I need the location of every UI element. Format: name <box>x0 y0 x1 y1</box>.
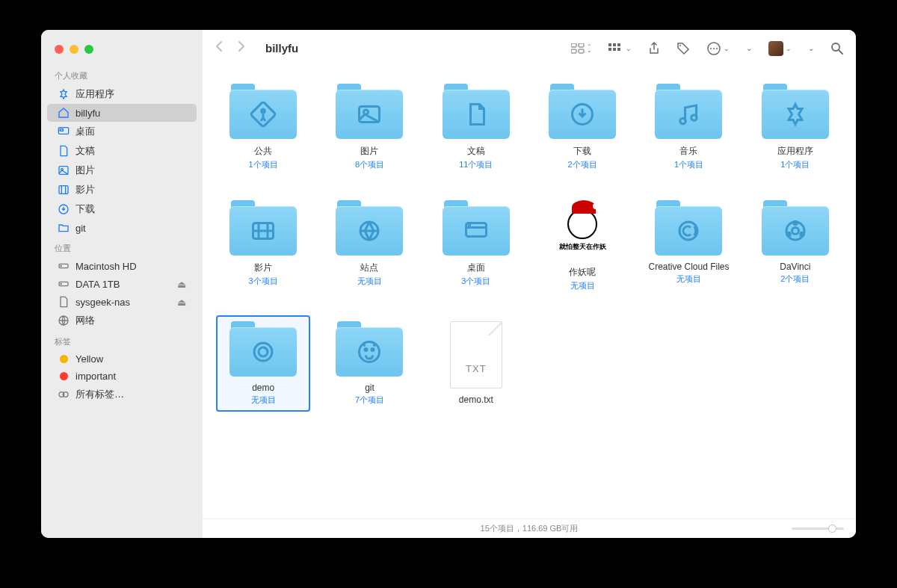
file-item[interactable]: Creative Cloud Files无项目 <box>641 194 736 297</box>
file-item[interactable]: 音乐1个项目 <box>641 78 736 176</box>
svg-rect-18 <box>579 49 584 53</box>
user-avatar-button[interactable]: ⌄ <box>768 41 792 56</box>
svg-point-28 <box>713 48 715 49</box>
file-item[interactable]: 站点无项目 <box>322 194 416 297</box>
finder-window: 个人收藏应用程序billyfu桌面文稿图片影片下载git位置Macintosh … <box>41 30 856 538</box>
alltags-icon <box>58 389 70 400</box>
sidebar-item[interactable]: 影片 <box>47 180 197 199</box>
minimize-button[interactable] <box>70 45 78 54</box>
svg-rect-21 <box>617 43 620 46</box>
sidebar-item-label: DATA 1TB <box>75 279 120 290</box>
file-item[interactable]: 文稿11个项目 <box>429 78 523 176</box>
sidebar-item[interactable]: 所有标签… <box>47 385 197 404</box>
item-subtitle: 2个项目 <box>780 273 810 285</box>
sidebar-item[interactable]: 图片 <box>47 161 197 180</box>
sidebar-item[interactable]: git <box>47 219 197 237</box>
file-item[interactable]: 下载2个项目 <box>535 78 629 176</box>
file-item[interactable]: git7个项目 <box>322 315 416 412</box>
svg-point-53 <box>254 343 272 361</box>
search-button[interactable] <box>830 42 844 55</box>
sidebar-item[interactable]: Yellow <box>47 350 197 368</box>
eject-icon[interactable]: ⏏ <box>177 279 186 290</box>
sidebar-section-header: 标签 <box>41 330 203 350</box>
icon-size-slider[interactable] <box>792 527 844 530</box>
view-mode-button[interactable]: ⌃⌄ <box>571 43 592 54</box>
file-item[interactable]: 就怕整天在作妖作妖呢无项目 <box>535 194 629 297</box>
folder-icon <box>229 84 297 139</box>
eject-icon[interactable]: ⏏ <box>177 297 186 308</box>
item-name: 公共 <box>254 145 272 158</box>
zoom-button[interactable] <box>84 45 93 54</box>
svg-point-50 <box>794 221 798 225</box>
item-subtitle: 无项目 <box>570 280 595 291</box>
toolbar: billyfu ⌃⌄ ⌄ ⌄ ⌄ ⌄ ⌄ <box>203 30 856 67</box>
svg-point-56 <box>365 349 367 351</box>
share-button[interactable] <box>648 42 660 55</box>
sidebar-item[interactable]: sysgeek-nas⏏ <box>47 293 197 311</box>
group-button[interactable]: ⌄ <box>608 43 632 54</box>
sidebar-item[interactable]: 应用程序 <box>47 84 197 104</box>
folder-icon <box>229 321 297 377</box>
tags-button[interactable] <box>676 42 690 55</box>
item-name: 应用程序 <box>777 145 813 158</box>
sidebar-item[interactable]: DATA 1TB⏏ <box>47 275 197 293</box>
sidebar-item-label: 文稿 <box>75 144 95 158</box>
action-button[interactable]: ⌄ <box>706 41 730 56</box>
sidebar-item-label: 网络 <box>75 314 95 327</box>
status-bar: 15个项目，116.69 GB可用 <box>203 519 856 538</box>
sidebar-item[interactable]: 网络 <box>47 311 197 330</box>
hdd-icon <box>58 260 70 272</box>
svg-rect-15 <box>571 43 576 47</box>
sidebar-item[interactable]: 文稿 <box>47 141 197 161</box>
sidebar-item-label: Yellow <box>75 353 103 365</box>
folder-icon <box>336 321 403 377</box>
item-subtitle: 8个项目 <box>355 159 384 170</box>
svg-point-9 <box>61 265 61 266</box>
item-name: Creative Cloud Files <box>648 261 729 272</box>
file-item[interactable]: demo无项目 <box>216 315 310 412</box>
file-item[interactable]: DaVinci2个项目 <box>748 194 842 297</box>
file-item[interactable]: 影片3个项目 <box>216 194 310 297</box>
file-item[interactable]: 公共1个项目 <box>216 78 310 176</box>
sidebar-item[interactable]: important <box>47 368 197 385</box>
file-item[interactable]: 桌面3个项目 <box>429 194 523 297</box>
item-subtitle: 3个项目 <box>461 276 490 287</box>
window-title: billyfu <box>265 42 298 55</box>
item-subtitle: 无项目 <box>676 273 701 285</box>
file-item[interactable]: 图片8个项目 <box>322 78 416 176</box>
svg-rect-19 <box>608 43 611 46</box>
svg-point-57 <box>372 349 374 351</box>
svg-rect-20 <box>613 43 616 46</box>
file-item[interactable]: TXTdemo.txt <box>429 315 523 412</box>
close-button[interactable] <box>55 45 64 54</box>
dropdown-1[interactable]: ⌄ <box>746 44 752 52</box>
item-name: 作妖呢 <box>569 266 596 279</box>
sidebar-item[interactable]: billyfu <box>47 104 197 122</box>
item-subtitle: 1个项目 <box>249 159 278 170</box>
folder-icon <box>655 84 722 139</box>
folder-icon <box>229 200 297 256</box>
sidebar-item[interactable]: Macintosh HD <box>47 257 197 275</box>
folder-icon <box>549 84 616 139</box>
item-subtitle: 7个项目 <box>355 394 384 406</box>
folder-icon <box>58 222 70 234</box>
svg-point-29 <box>716 48 718 49</box>
svg-point-38 <box>691 115 697 121</box>
sidebar-item[interactable]: 桌面 <box>47 122 197 141</box>
svg-rect-24 <box>617 48 620 51</box>
back-button[interactable] <box>215 40 224 57</box>
sidebar-item[interactable]: 下载 <box>47 199 197 219</box>
tag-icon <box>58 355 70 363</box>
svg-rect-22 <box>608 48 611 51</box>
file-item[interactable]: 应用程序1个项目 <box>748 78 842 176</box>
meme-icon: 就怕整天在作妖 <box>549 200 616 260</box>
item-name: 文稿 <box>467 145 485 158</box>
svg-point-37 <box>680 118 686 124</box>
sidebar-item-label: git <box>75 223 86 234</box>
forward-button[interactable] <box>237 40 246 57</box>
folder-icon <box>443 84 510 139</box>
svg-point-25 <box>679 45 681 46</box>
doc-icon <box>58 296 70 308</box>
folder-icon <box>655 200 722 256</box>
dropdown-2[interactable]: ⌄ <box>808 44 814 52</box>
